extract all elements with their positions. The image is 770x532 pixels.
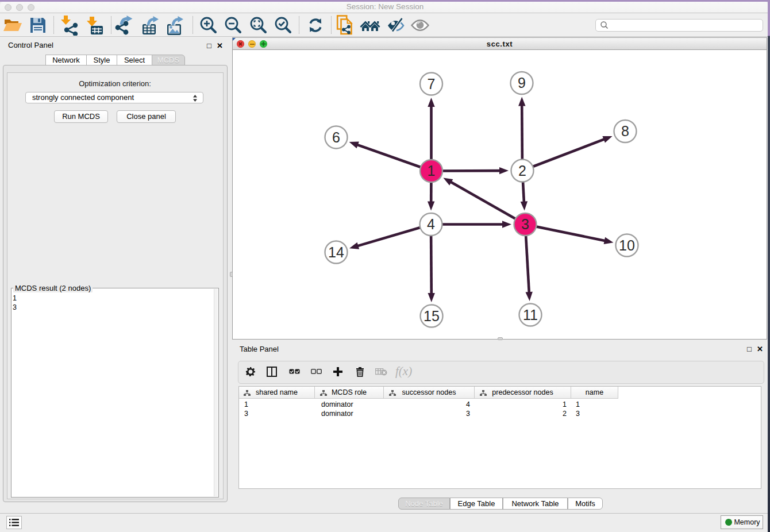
svg-text:3: 3 bbox=[521, 216, 529, 232]
svg-text:6: 6 bbox=[332, 129, 340, 145]
svg-text:10: 10 bbox=[619, 237, 635, 253]
svg-text:9: 9 bbox=[518, 75, 526, 91]
svg-text:1: 1 bbox=[428, 163, 436, 179]
svg-text:11: 11 bbox=[523, 307, 538, 323]
svg-text:4: 4 bbox=[427, 216, 435, 232]
svg-text:7: 7 bbox=[428, 76, 436, 92]
svg-text:15: 15 bbox=[424, 308, 440, 324]
svg-text:8: 8 bbox=[621, 123, 629, 139]
svg-text:14: 14 bbox=[328, 244, 344, 260]
svg-text:2: 2 bbox=[518, 163, 526, 179]
